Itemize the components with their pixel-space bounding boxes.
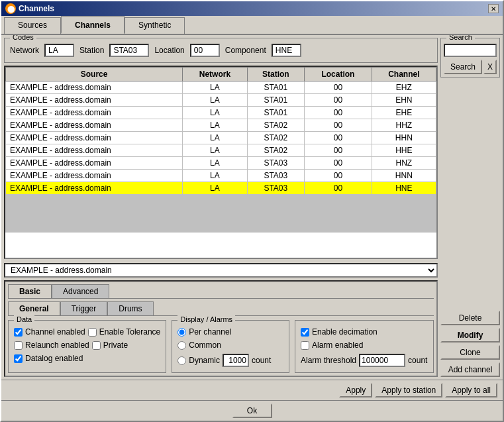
cell-source: EXAMPLE - address.domain	[6, 107, 183, 119]
cell-network: LA	[183, 94, 247, 107]
enable-decimation-checkbox[interactable]	[301, 328, 309, 337]
sub-tab-drums[interactable]: Drums	[107, 301, 153, 315]
table-row[interactable]: EXAMPLE - address.domainLASTA0300HNE	[6, 182, 436, 195]
window-icon: ⬤	[5, 3, 16, 14]
source-select[interactable]: EXAMPLE - address.domain	[4, 263, 438, 278]
right-panel: Search Search X Delete Modify Clone Add …	[440, 38, 500, 377]
table-row[interactable]: EXAMPLE - address.domainLASTA0200HHE	[6, 144, 436, 157]
network-input[interactable]	[44, 44, 74, 57]
add-channel-button[interactable]: Add channel	[440, 362, 500, 377]
codes-fields: Network Station Location Component	[10, 44, 432, 57]
channel-enabled-checkbox[interactable]	[14, 328, 23, 337]
table-row[interactable]: EXAMPLE - address.domainLASTA0100EHE	[6, 107, 436, 119]
dynamic-row: Dynamic count	[177, 354, 283, 367]
cell-source: EXAMPLE - address.domain	[6, 144, 183, 157]
cell-location: 00	[305, 107, 372, 119]
dynamic-radio[interactable]	[177, 356, 186, 365]
table-row[interactable]: EXAMPLE - address.domainLASTA0200HHZ	[6, 119, 436, 132]
cell-network: LA	[183, 119, 247, 132]
ok-button[interactable]: Ok	[232, 403, 272, 418]
general-content: Data Channel enabled Enable Tolerance Re…	[8, 320, 434, 373]
threshold-input[interactable]	[359, 354, 405, 367]
tolerance-label: Enable Tolerance	[99, 327, 161, 337]
content-area: Codes Network Station Location Component	[1, 35, 503, 380]
relaunch-label: Relaunch enabled	[25, 341, 89, 350]
network-label: Network	[10, 46, 39, 55]
cell-channel: EHN	[372, 94, 436, 107]
cell-station: STA01	[247, 94, 305, 107]
clone-button[interactable]: Clone	[440, 345, 500, 360]
cell-network: LA	[183, 157, 247, 170]
search-button[interactable]: Search	[444, 60, 482, 74]
apply-button[interactable]: Apply	[339, 383, 372, 397]
modify-button[interactable]: Modify	[440, 328, 500, 343]
tab-channels[interactable]: Channels	[61, 16, 125, 34]
table-row-empty	[6, 195, 436, 207]
title-bar: ⬤ Channels ✕	[1, 1, 503, 16]
private-label: Private	[103, 341, 128, 350]
alarm-enabled-checkbox[interactable]	[301, 341, 309, 350]
common-radio[interactable]	[177, 341, 186, 350]
table-row[interactable]: EXAMPLE - address.domainLASTA0100EHZ	[6, 81, 436, 94]
cell-location: 00	[305, 144, 372, 157]
cell-location: 00	[305, 157, 372, 170]
tab-advanced[interactable]: Advanced	[52, 284, 109, 298]
component-label: Component	[225, 46, 266, 55]
alarm-enabled-label: Alarm enabled	[312, 341, 363, 350]
relaunch-checkbox[interactable]	[14, 341, 23, 350]
col-channel: Channel	[372, 68, 436, 81]
table-row[interactable]: EXAMPLE - address.domainLASTA0300HNZ	[6, 157, 436, 170]
cell-source: EXAMPLE - address.domain	[6, 132, 183, 144]
cell-location: 00	[305, 182, 372, 195]
private-checkbox[interactable]	[92, 341, 101, 350]
cell-source: EXAMPLE - address.domain	[6, 182, 183, 195]
codes-legend: Codes	[10, 35, 36, 41]
table-row[interactable]: EXAMPLE - address.domainLASTA0300HNN	[6, 170, 436, 182]
datalog-row: Datalog enabled	[14, 354, 160, 363]
enable-decimation-row: Enable decimation	[301, 327, 428, 337]
tab-synthetic[interactable]: Synthetic	[125, 17, 185, 34]
enable-decimation-label: Enable decimation	[312, 327, 378, 337]
component-input[interactable]	[272, 44, 301, 57]
tab-basic[interactable]: Basic	[8, 284, 52, 298]
sub-tabs: General Trigger Drums	[8, 301, 434, 316]
cell-source: EXAMPLE - address.domain	[6, 170, 183, 182]
delete-button[interactable]: Delete	[440, 311, 500, 325]
cell-source: EXAMPLE - address.domain	[6, 119, 183, 132]
sub-tab-trigger[interactable]: Trigger	[60, 301, 108, 315]
location-input[interactable]	[190, 44, 220, 57]
close-button[interactable]: ✕	[488, 4, 499, 13]
data-legend: Data	[14, 315, 34, 323]
clear-search-button[interactable]: X	[483, 60, 497, 74]
datalog-label: Datalog enabled	[25, 354, 83, 363]
search-input[interactable]	[444, 44, 497, 57]
sub-tab-general[interactable]: General	[8, 301, 60, 315]
bottom-tabs: Basic Advanced	[8, 284, 434, 299]
col-network: Network	[183, 68, 247, 81]
tab-sources[interactable]: Sources	[4, 17, 61, 34]
footer: Apply Apply to station Apply to all	[1, 380, 503, 400]
cell-channel: EHZ	[372, 81, 436, 94]
window-title: Channels	[19, 4, 54, 13]
footer-ok: Ok	[1, 400, 503, 421]
threshold-row: Alarm threshold count	[301, 354, 428, 367]
channel-table: Source Network Station Location Channel …	[5, 67, 436, 233]
station-input[interactable]	[109, 44, 149, 57]
col-location: Location	[305, 68, 372, 81]
table-row[interactable]: EXAMPLE - address.domainLASTA0100EHN	[6, 94, 436, 107]
apply-station-button[interactable]: Apply to station	[375, 383, 442, 397]
apply-all-button[interactable]: Apply to all	[445, 383, 497, 397]
dynamic-count-input[interactable]	[223, 354, 249, 367]
per-channel-radio[interactable]	[177, 328, 186, 337]
per-channel-row: Per channel	[177, 327, 283, 337]
main-panel: Codes Network Station Location Component	[4, 38, 438, 377]
cell-location: 00	[305, 170, 372, 182]
count-label: count	[252, 356, 271, 365]
alarm-enabled-row: Alarm enabled	[301, 341, 428, 350]
datalog-checkbox[interactable]	[14, 354, 23, 363]
cell-network: LA	[183, 170, 247, 182]
table-row[interactable]: EXAMPLE - address.domainLASTA0200HHN	[6, 132, 436, 144]
col-source: Source	[6, 68, 183, 81]
tolerance-checkbox[interactable]	[88, 328, 97, 337]
cell-location: 00	[305, 94, 372, 107]
